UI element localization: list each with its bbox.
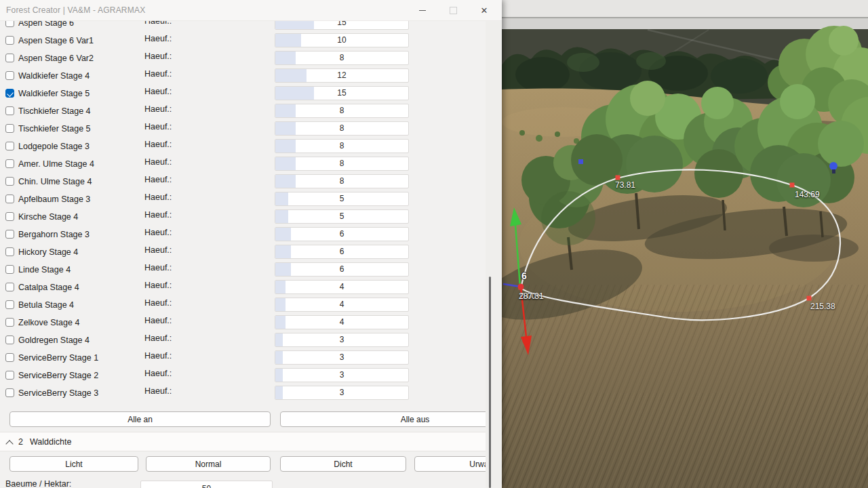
frequency-value: 5 <box>275 192 408 205</box>
frequency-value: 8 <box>275 104 408 117</box>
frequency-slider[interactable]: 15 <box>275 20 409 30</box>
distance-label-2: 143.69 <box>795 190 820 199</box>
density-button-licht[interactable]: Licht <box>9 456 138 472</box>
frequency-slider[interactable]: 8 <box>275 157 409 171</box>
frequency-slider[interactable]: 3 <box>275 368 409 382</box>
scrollbar-track[interactable] <box>486 20 502 488</box>
frequency-label: Haeuf.: <box>144 188 172 206</box>
game-viewport[interactable]: 73.81 143.69 215.38 0.00 287.31 6 <box>502 0 868 488</box>
tree-label: Zelkove Stage 4 <box>18 314 79 331</box>
frequency-slider[interactable]: 3 <box>275 333 409 347</box>
tree-row: Amer. Ulme Stage 4 Haeuf.: 8 <box>0 155 486 173</box>
tree-checkbox[interactable] <box>5 20 14 27</box>
frequency-value: 8 <box>275 175 408 188</box>
origin-handle-label[interactable]: 6 <box>521 270 527 281</box>
minimize-button[interactable] <box>409 0 436 20</box>
frequency-slider[interactable]: 8 <box>275 139 409 153</box>
frequency-slider[interactable]: 6 <box>275 245 409 259</box>
tree-checkbox[interactable] <box>5 336 14 344</box>
scrollbar-thumb[interactable] <box>489 277 491 488</box>
density-button-urwald[interactable]: Urwald <box>414 456 486 472</box>
tree-label: Goldregen Stage 4 <box>18 331 90 349</box>
frequency-slider[interactable]: 4 <box>275 298 409 312</box>
frequency-slider[interactable]: 8 <box>275 121 409 136</box>
frequency-slider[interactable]: 6 <box>275 227 409 241</box>
frequency-value: 6 <box>275 228 408 241</box>
frequency-value: 3 <box>275 333 408 346</box>
tree-checkbox[interactable] <box>5 388 14 397</box>
frequency-slider[interactable]: 12 <box>275 68 409 83</box>
tree-label: Betula Stage 4 <box>18 296 74 314</box>
tree-row: Waldkiefer Stage 4 Haeuf.: 12 <box>0 67 486 85</box>
frequency-slider[interactable]: 5 <box>275 192 409 206</box>
tree-checkbox[interactable] <box>5 265 14 274</box>
frequency-slider[interactable]: 3 <box>275 350 409 365</box>
section-index: 2 <box>18 432 23 451</box>
tree-row: Betula Stage 4 Haeuf.: 4 <box>0 296 486 314</box>
density-button-dicht[interactable]: Dicht <box>280 456 406 472</box>
frequency-value: 5 <box>275 210 408 223</box>
frequency-slider[interactable]: 10 <box>275 33 409 47</box>
tree-row: ServiceBerry Stage 2 Haeuf.: 3 <box>0 367 486 384</box>
frequency-value: 6 <box>275 263 408 276</box>
tree-checkbox[interactable] <box>5 283 14 291</box>
tree-label: Apfelbaum Stage 3 <box>18 190 90 208</box>
frequency-label: Haeuf.: <box>144 259 172 277</box>
gizmo-origin <box>518 284 524 290</box>
tree-checkbox[interactable] <box>5 142 14 150</box>
tree-checkbox[interactable] <box>5 371 14 380</box>
maximize-button[interactable] <box>439 0 467 20</box>
tree-label: ServiceBerry Stage 1 <box>18 349 98 367</box>
tree-row: Chin. Ulme Stage 4 Haeuf.: 8 <box>0 173 486 190</box>
frequency-label: Haeuf.: <box>144 294 172 312</box>
all-on-button[interactable]: Alle an <box>9 411 271 427</box>
tree-label: Lodgepole Stage 3 <box>18 138 90 155</box>
tree-checkbox[interactable] <box>5 247 14 256</box>
tree-checkbox[interactable] <box>5 159 14 168</box>
frequency-slider[interactable]: 5 <box>275 209 409 224</box>
tree-checkbox[interactable] <box>5 230 14 239</box>
frequency-label: Haeuf.: <box>144 100 172 118</box>
frequency-slider[interactable]: 8 <box>275 51 409 65</box>
frequency-label: Haeuf.: <box>144 153 172 171</box>
tree-label: Catalpa Stage 4 <box>18 279 79 296</box>
all-off-button[interactable]: Alle aus <box>280 411 486 427</box>
frequency-slider[interactable]: 6 <box>275 262 409 277</box>
tree-checkbox[interactable] <box>5 353 14 362</box>
trees-per-hectare-input[interactable]: 50 <box>140 481 273 488</box>
tree-checkbox[interactable] <box>5 106 14 115</box>
tree-checkbox[interactable] <box>5 300 14 309</box>
frequency-label: Haeuf.: <box>144 118 172 136</box>
frequency-slider[interactable]: 3 <box>275 386 409 400</box>
density-button-normal[interactable]: Normal <box>146 456 271 472</box>
tree-checkbox[interactable] <box>5 212 14 221</box>
tree-label: Chin. Ulme Stage 4 <box>18 173 92 190</box>
tree-checkbox[interactable] <box>5 54 14 62</box>
tree-row: Hickory Stage 4 Haeuf.: 6 <box>0 243 486 261</box>
tree-checkbox[interactable] <box>5 89 14 98</box>
tree-row: Tischkiefer Stage 4 Haeuf.: 8 <box>0 102 486 120</box>
frequency-slider[interactable]: 4 <box>275 280 409 294</box>
tree-checkbox[interactable] <box>5 124 14 133</box>
tree-label: Hickory Stage 4 <box>18 243 78 261</box>
chevron-up-icon <box>5 440 13 447</box>
tree-label: Aspen Stage 6 <box>18 20 74 32</box>
tree-checkbox[interactable] <box>5 177 14 186</box>
tree-checkbox[interactable] <box>5 71 14 80</box>
frequency-slider[interactable]: 15 <box>275 86 409 100</box>
frequency-slider[interactable]: 8 <box>275 174 409 188</box>
close-button[interactable]: ✕ <box>469 0 500 20</box>
tree-label: Aspen Stage 6 Var1 <box>18 32 94 49</box>
tree-row: Linde Stage 4 Haeuf.: 6 <box>0 261 486 279</box>
density-section-header[interactable]: 2 Walddichte <box>0 432 486 451</box>
tree-checkbox[interactable] <box>5 318 14 327</box>
frequency-value: 8 <box>275 140 408 152</box>
tree-checkbox[interactable] <box>5 195 14 203</box>
frequency-slider[interactable]: 4 <box>275 315 409 329</box>
frequency-slider[interactable]: 8 <box>275 104 409 118</box>
frequency-value: 3 <box>275 351 408 364</box>
tree-label: Linde Stage 4 <box>18 261 71 279</box>
tree-label: Aspen Stage 6 Var2 <box>18 49 94 67</box>
tree-row: Zelkove Stage 4 Haeuf.: 4 <box>0 314 486 331</box>
tree-checkbox[interactable] <box>5 36 14 45</box>
